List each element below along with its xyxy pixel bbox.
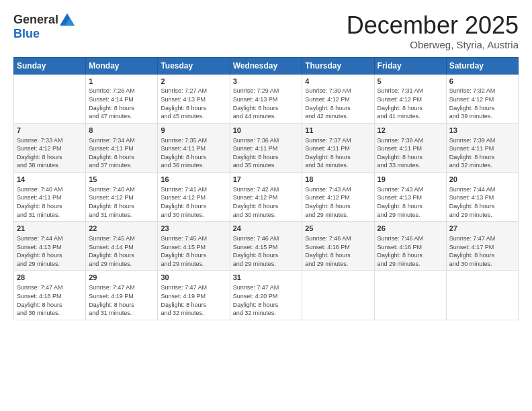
day-number: 29 [89,273,154,283]
month-title: December 2025 [347,12,519,39]
day-number: 9 [161,126,226,136]
day-number: 10 [233,126,300,136]
page: General Blue December 2025 Oberweg, Styr… [0,0,532,411]
location: Oberweg, Styria, Austria [347,39,519,50]
day-info: Sunrise: 7:38 AM Sunset: 4:11 PM Dayligh… [378,136,443,170]
day-info: Sunrise: 7:42 AM Sunset: 4:12 PM Dayligh… [233,185,300,219]
day-number: 19 [378,175,443,185]
calendar-cell: 5Sunrise: 7:31 AM Sunset: 4:12 PM Daylig… [374,74,446,123]
calendar-cell: 29Sunrise: 7:47 AM Sunset: 4:19 PM Dayli… [86,271,158,320]
day-info: Sunrise: 7:35 AM Sunset: 4:11 PM Dayligh… [161,136,226,170]
day-number: 31 [233,273,300,283]
calendar-week-5: 28Sunrise: 7:47 AM Sunset: 4:18 PM Dayli… [14,271,519,320]
calendar-cell [374,271,446,320]
day-number: 13 [449,126,515,136]
day-number: 3 [233,77,300,87]
calendar-cell: 10Sunrise: 7:36 AM Sunset: 4:11 PM Dayli… [230,123,302,172]
day-info: Sunrise: 7:40 AM Sunset: 4:12 PM Dayligh… [89,185,154,219]
day-info: Sunrise: 7:44 AM Sunset: 4:13 PM Dayligh… [17,234,83,268]
day-number: 27 [449,224,515,234]
calendar-cell: 13Sunrise: 7:39 AM Sunset: 4:11 PM Dayli… [446,123,518,172]
calendar-cell: 4Sunrise: 7:30 AM Sunset: 4:12 PM Daylig… [302,74,374,123]
calendar-cell: 25Sunrise: 7:46 AM Sunset: 4:16 PM Dayli… [302,222,374,271]
day-info: Sunrise: 7:46 AM Sunset: 4:15 PM Dayligh… [233,234,300,268]
calendar-cell: 11Sunrise: 7:37 AM Sunset: 4:11 PM Dayli… [302,123,374,172]
col-saturday: Saturday [446,57,518,74]
day-number: 8 [89,126,154,136]
day-number: 15 [89,175,154,185]
calendar-cell: 14Sunrise: 7:40 AM Sunset: 4:11 PM Dayli… [14,173,86,222]
col-friday: Friday [374,57,446,74]
day-info: Sunrise: 7:32 AM Sunset: 4:12 PM Dayligh… [449,87,515,120]
day-number: 24 [233,224,300,234]
col-tuesday: Tuesday [158,57,230,74]
day-number: 26 [378,224,443,234]
day-number: 23 [161,224,226,234]
header: General Blue December 2025 Oberweg, Styr… [13,12,519,50]
col-sunday: Sunday [14,57,86,74]
day-info: Sunrise: 7:44 AM Sunset: 4:13 PM Dayligh… [449,185,515,219]
day-number: 18 [305,175,371,185]
calendar-cell: 22Sunrise: 7:45 AM Sunset: 4:14 PM Dayli… [86,222,158,271]
day-info: Sunrise: 7:26 AM Sunset: 4:14 PM Dayligh… [89,87,154,120]
calendar-week-1: 1Sunrise: 7:26 AM Sunset: 4:14 PM Daylig… [14,74,519,123]
day-number: 21 [17,224,83,234]
day-info: Sunrise: 7:47 AM Sunset: 4:20 PM Dayligh… [233,283,300,317]
day-number: 1 [89,77,154,87]
day-info: Sunrise: 7:30 AM Sunset: 4:12 PM Dayligh… [305,87,371,120]
day-number: 25 [305,224,371,234]
day-info: Sunrise: 7:47 AM Sunset: 4:19 PM Dayligh… [89,283,154,317]
day-info: Sunrise: 7:31 AM Sunset: 4:12 PM Dayligh… [378,87,443,120]
day-number: 7 [17,126,83,136]
day-info: Sunrise: 7:43 AM Sunset: 4:13 PM Dayligh… [378,185,443,219]
calendar-cell: 18Sunrise: 7:43 AM Sunset: 4:12 PM Dayli… [302,173,374,222]
day-number: 11 [305,126,371,136]
day-number: 20 [449,175,515,185]
calendar-header-row: Sunday Monday Tuesday Wednesday Thursday… [14,57,519,74]
day-number: 22 [89,224,154,234]
calendar-cell: 30Sunrise: 7:47 AM Sunset: 4:19 PM Dayli… [158,271,230,320]
day-info: Sunrise: 7:46 AM Sunset: 4:16 PM Dayligh… [305,234,371,268]
day-number: 2 [161,77,226,87]
day-number: 28 [17,273,83,283]
calendar-cell: 6Sunrise: 7:32 AM Sunset: 4:12 PM Daylig… [446,74,518,123]
day-info: Sunrise: 7:47 AM Sunset: 4:17 PM Dayligh… [449,234,515,268]
day-number: 6 [449,77,515,87]
calendar-cell: 20Sunrise: 7:44 AM Sunset: 4:13 PM Dayli… [446,173,518,222]
calendar-cell: 15Sunrise: 7:40 AM Sunset: 4:12 PM Dayli… [86,173,158,222]
day-number: 4 [305,77,371,87]
calendar-cell: 31Sunrise: 7:47 AM Sunset: 4:20 PM Dayli… [230,271,302,320]
day-info: Sunrise: 7:29 AM Sunset: 4:13 PM Dayligh… [233,87,300,120]
calendar-cell: 16Sunrise: 7:41 AM Sunset: 4:12 PM Dayli… [158,173,230,222]
day-number: 5 [378,77,443,87]
day-info: Sunrise: 7:37 AM Sunset: 4:11 PM Dayligh… [305,136,371,170]
calendar-cell: 19Sunrise: 7:43 AM Sunset: 4:13 PM Dayli… [374,173,446,222]
calendar-cell: 17Sunrise: 7:42 AM Sunset: 4:12 PM Dayli… [230,173,302,222]
title-block: December 2025 Oberweg, Styria, Austria [347,12,519,50]
logo-general-text: General [13,13,58,27]
day-info: Sunrise: 7:43 AM Sunset: 4:12 PM Dayligh… [305,185,371,219]
day-info: Sunrise: 7:27 AM Sunset: 4:13 PM Dayligh… [161,87,226,120]
day-info: Sunrise: 7:45 AM Sunset: 4:14 PM Dayligh… [89,234,154,268]
calendar-cell: 26Sunrise: 7:46 AM Sunset: 4:16 PM Dayli… [374,222,446,271]
logo-blue-text: Blue [13,27,40,40]
calendar-cell: 24Sunrise: 7:46 AM Sunset: 4:15 PM Dayli… [230,222,302,271]
day-info: Sunrise: 7:40 AM Sunset: 4:11 PM Dayligh… [17,185,83,219]
day-info: Sunrise: 7:47 AM Sunset: 4:19 PM Dayligh… [161,283,226,317]
day-number: 16 [161,175,226,185]
calendar-cell [14,74,86,123]
day-info: Sunrise: 7:34 AM Sunset: 4:11 PM Dayligh… [89,136,154,170]
col-wednesday: Wednesday [230,57,302,74]
calendar-cell: 12Sunrise: 7:38 AM Sunset: 4:11 PM Dayli… [374,123,446,172]
day-info: Sunrise: 7:39 AM Sunset: 4:11 PM Dayligh… [449,136,515,170]
col-thursday: Thursday [302,57,374,74]
calendar-cell: 3Sunrise: 7:29 AM Sunset: 4:13 PM Daylig… [230,74,302,123]
logo: General Blue [13,12,75,41]
day-info: Sunrise: 7:45 AM Sunset: 4:15 PM Dayligh… [161,234,226,268]
day-info: Sunrise: 7:33 AM Sunset: 4:12 PM Dayligh… [17,136,83,170]
day-info: Sunrise: 7:36 AM Sunset: 4:11 PM Dayligh… [233,136,300,170]
calendar-cell: 21Sunrise: 7:44 AM Sunset: 4:13 PM Dayli… [14,222,86,271]
logo-icon [60,12,75,27]
calendar-cell: 1Sunrise: 7:26 AM Sunset: 4:14 PM Daylig… [86,74,158,123]
calendar-cell [446,271,518,320]
